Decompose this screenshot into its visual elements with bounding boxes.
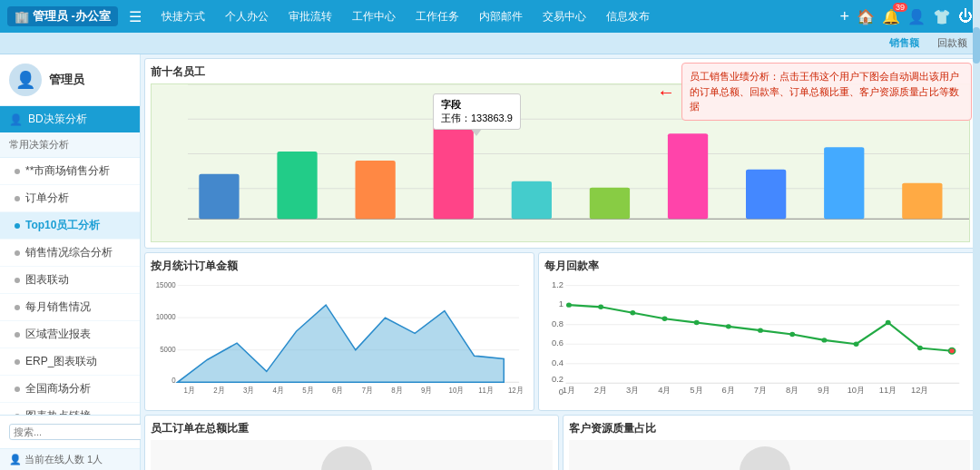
sidebar-label-6: 区域营业报表 xyxy=(25,327,91,342)
add-icon[interactable]: + xyxy=(839,7,849,26)
sidebar-item-4[interactable]: 图表联动 xyxy=(0,267,140,294)
svg-text:1月: 1月 xyxy=(563,386,576,395)
svg-rect-5 xyxy=(199,174,239,219)
sidebar-item-3[interactable]: 销售情况综合分析 xyxy=(0,240,140,267)
svg-text:8月: 8月 xyxy=(391,387,402,395)
notification-badge: 39 xyxy=(893,3,907,12)
nav-info[interactable]: 信息发布 xyxy=(597,5,659,28)
sidebar-item-9[interactable]: 图表热点链接 xyxy=(0,403,140,415)
topbar-right: + 🏠 🔔 39 👤 👕 ⏻ xyxy=(839,7,973,26)
svg-rect-11 xyxy=(434,99,474,219)
svg-point-63 xyxy=(566,302,572,307)
sidebar-item-7[interactable]: ERP_图表联动 xyxy=(0,348,140,376)
monthly-order-svg: 15000 10000 5000 0 1月 2月 xyxy=(151,278,528,405)
svg-text:6月: 6月 xyxy=(332,387,343,395)
svg-rect-15 xyxy=(590,188,630,220)
dot-0 xyxy=(15,169,20,174)
svg-text:2月: 2月 xyxy=(594,386,608,395)
svg-rect-23 xyxy=(902,183,942,220)
nav-shortcuts[interactable]: 快捷方式 xyxy=(152,5,214,28)
customer-quality-placeholder xyxy=(569,440,971,470)
sidebar-section-title: 常用决策分析 xyxy=(0,132,140,158)
module-name: BD决策分析 xyxy=(28,112,87,127)
employee-order-panel: 员工订单在总额比重 xyxy=(144,415,559,470)
online-icon: 👤 xyxy=(9,454,22,465)
sidebar-module: 👤 BD决策分析 xyxy=(0,106,140,132)
svg-rect-17 xyxy=(668,133,708,219)
logo-icon: 🏢 xyxy=(15,10,29,24)
monthly-return-panel: 每月回款率 1.2 1 0.8 0.6 0.4 0.2 0 xyxy=(538,252,976,411)
sidebar-label-7: ERP_图表联动 xyxy=(25,354,97,369)
dot-3 xyxy=(15,250,20,256)
secondbar: 销售额 回款额 xyxy=(0,33,980,54)
topbar: 🏢 管理员 -办公室 ☰ 快捷方式 个人办公 审批流转 工作中心 工作任务 内部… xyxy=(0,0,980,33)
home-icon[interactable]: 🏠 xyxy=(857,8,875,25)
nav-email[interactable]: 内部邮件 xyxy=(470,5,532,28)
employee-order-svg xyxy=(315,445,387,470)
secondbar-sales[interactable]: 销售额 xyxy=(884,34,925,52)
svg-text:4月: 4月 xyxy=(273,387,284,395)
svg-text:5月: 5月 xyxy=(302,387,313,395)
nav-worktask[interactable]: 工作任务 xyxy=(407,5,468,28)
svg-text:7月: 7月 xyxy=(362,387,373,395)
online-text: 当前在线人数 1人 xyxy=(24,454,103,465)
nav-approval[interactable]: 审批流转 xyxy=(279,5,341,28)
sidebar-item-6[interactable]: 区域营业报表 xyxy=(0,321,140,348)
svg-text:3月: 3月 xyxy=(626,386,640,395)
sidebar-label-4: 图表联动 xyxy=(25,272,69,288)
user-icon[interactable]: 👤 xyxy=(907,8,926,25)
sidebar-item-5[interactable]: 每月销售情况 xyxy=(0,294,140,321)
top10-chart-panel: 前十名员工 员工销售业绩分析：点击王伟这个用户下图会自动调出该用户的订单总额、回… xyxy=(144,58,976,249)
sidebar-item-2[interactable]: Top10员工分析 xyxy=(0,212,140,240)
svg-text:5月: 5月 xyxy=(690,386,703,395)
svg-text:1: 1 xyxy=(559,300,564,309)
nav-workcenter[interactable]: 工作中心 xyxy=(343,5,405,28)
secondbar-return[interactable]: 回款额 xyxy=(932,34,973,52)
sidebar-label-2: Top10员工分析 xyxy=(25,218,100,233)
module-icon: 👤 xyxy=(9,113,23,126)
monthly-order-chart[interactable]: 15000 10000 5000 0 1月 2月 xyxy=(151,278,528,405)
content: 前十名员工 员工销售业绩分析：点击王伟这个用户下图会自动调出该用户的订单总额、回… xyxy=(141,54,980,470)
svg-text:11月: 11月 xyxy=(879,386,897,395)
sidebar-search-input[interactable] xyxy=(9,424,143,440)
svg-point-68 xyxy=(726,324,731,328)
svg-point-70 xyxy=(789,332,795,337)
sidebar-item-8[interactable]: 全国商场分析 xyxy=(0,376,140,403)
sidebar-item-0[interactable]: **市商场销售分析 xyxy=(0,158,140,185)
monthly-return-svg: 1.2 1 0.8 0.6 0.4 0.2 0 xyxy=(544,278,970,405)
svg-rect-7 xyxy=(277,152,317,219)
customer-quality-svg xyxy=(733,445,806,470)
svg-point-66 xyxy=(662,317,668,321)
sidebar-bottom: 🔍 xyxy=(0,415,140,448)
power-icon[interactable]: ⏻ xyxy=(958,8,973,24)
svg-point-67 xyxy=(694,320,700,325)
svg-text:3月: 3月 xyxy=(243,387,254,395)
svg-rect-21 xyxy=(824,147,864,219)
svg-point-71 xyxy=(821,338,827,342)
svg-text:8月: 8月 xyxy=(786,386,799,395)
nav-personal[interactable]: 个人办公 xyxy=(216,5,278,28)
sidebar-item-1[interactable]: 订单分析 xyxy=(0,185,140,212)
svg-text:4月: 4月 xyxy=(658,386,671,395)
settings-icon[interactable]: 👕 xyxy=(933,8,951,25)
scrollbar-thumb[interactable] xyxy=(973,27,980,64)
svg-text:9月: 9月 xyxy=(818,386,831,395)
svg-rect-19 xyxy=(746,170,786,219)
online-info: 👤 当前在线人数 1人 xyxy=(0,448,140,470)
monthly-return-chart[interactable]: 1.2 1 0.8 0.6 0.4 0.2 0 xyxy=(544,278,970,405)
dot-4 xyxy=(15,278,20,283)
svg-point-75 xyxy=(949,348,956,354)
scrollbar[interactable] xyxy=(973,0,980,470)
svg-text:10月: 10月 xyxy=(848,386,866,395)
menu-icon[interactable]: ☰ xyxy=(129,8,142,25)
logo: 🏢 管理员 -办公室 xyxy=(7,6,118,26)
sidebar-username: 管理员 xyxy=(49,72,84,88)
nav-trade[interactable]: 交易中心 xyxy=(534,5,595,28)
svg-point-65 xyxy=(630,310,635,315)
last-row: 员工订单在总额比重 客户资源质量占比 xyxy=(144,415,976,470)
monthly-order-panel: 按月统计订单金额 15000 10000 5000 0 xyxy=(144,252,534,411)
sidebar-label-3: 销售情况综合分析 xyxy=(25,245,113,260)
sidebar-user: 👤 管理员 xyxy=(0,54,140,106)
logo-text: 管理员 -办公室 xyxy=(33,8,111,24)
svg-text:12月: 12月 xyxy=(508,387,523,395)
